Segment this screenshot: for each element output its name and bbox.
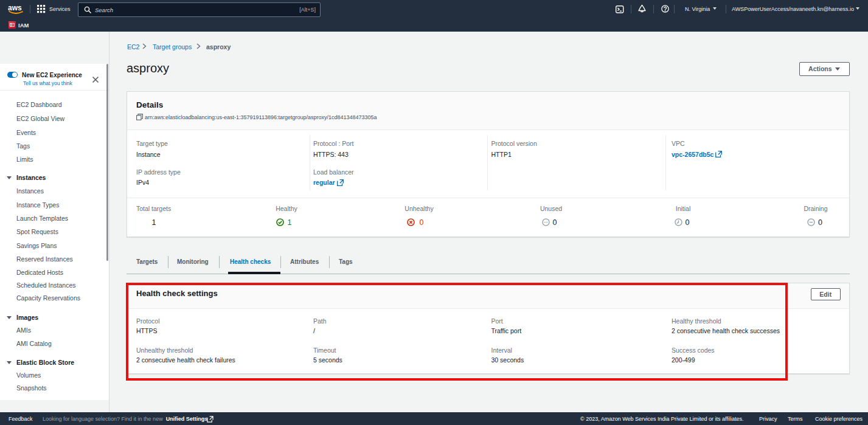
svg-text:aws: aws — [8, 4, 22, 12]
